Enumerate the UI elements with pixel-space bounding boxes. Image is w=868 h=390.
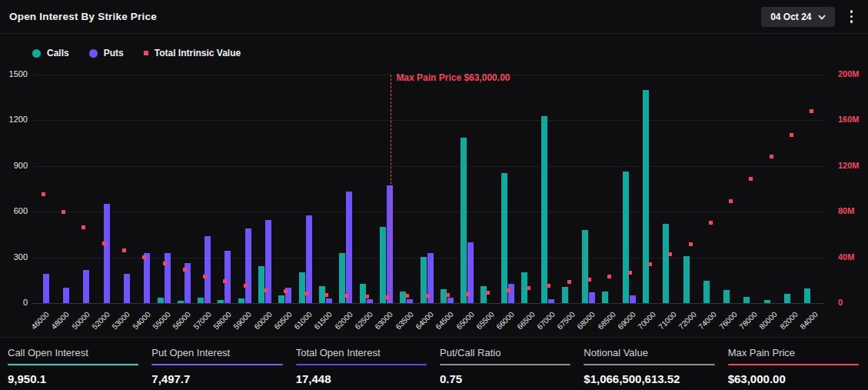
tiv-point[interactable]	[42, 192, 45, 196]
put-bar[interactable]	[326, 298, 332, 303]
call-bar[interactable]	[158, 298, 164, 303]
tiv-point[interactable]	[203, 275, 207, 278]
tiv-point[interactable]	[365, 295, 369, 298]
put-bar[interactable]	[367, 299, 373, 303]
call-bar[interactable]	[360, 284, 366, 303]
tiv-point[interactable]	[385, 295, 389, 299]
legend-item-puts[interactable]: Puts	[89, 48, 124, 58]
tiv-swatch-icon	[144, 51, 148, 55]
kebab-menu-icon[interactable]	[846, 7, 858, 26]
put-bar[interactable]	[43, 274, 49, 303]
tiv-point[interactable]	[81, 225, 85, 229]
tiv-point[interactable]	[426, 294, 430, 298]
call-bar[interactable]	[643, 90, 649, 303]
tiv-point[interactable]	[648, 262, 652, 266]
stat-underline	[440, 364, 570, 365]
tiv-point[interactable]	[344, 294, 348, 298]
tiv-point[interactable]	[486, 291, 490, 295]
tiv-point[interactable]	[689, 242, 693, 246]
put-bar[interactable]	[63, 288, 69, 303]
tiv-point[interactable]	[729, 199, 733, 203]
call-bar[interactable]	[764, 300, 770, 303]
call-bar[interactable]	[178, 301, 184, 303]
call-bar[interactable]	[461, 138, 467, 303]
call-bar[interactable]	[481, 286, 487, 303]
tiv-point[interactable]	[284, 289, 288, 293]
call-bar[interactable]	[683, 256, 690, 303]
put-bar[interactable]	[165, 253, 171, 303]
stats-bar: Call Open Interest9,950.1Put Open Intere…	[0, 337, 868, 390]
tiv-point[interactable]	[567, 280, 571, 284]
y-axis-tick-right: 80M	[838, 206, 868, 215]
call-bar[interactable]	[582, 230, 588, 303]
call-bar[interactable]	[723, 290, 730, 303]
call-bar[interactable]	[784, 294, 790, 303]
tiv-point[interactable]	[607, 275, 611, 278]
call-bar[interactable]	[562, 287, 568, 303]
put-bar[interactable]	[387, 185, 393, 303]
call-bar[interactable]	[299, 272, 305, 303]
tiv-point[interactable]	[405, 294, 409, 298]
stat-label: Put Open Interest	[151, 347, 282, 358]
call-bar[interactable]	[663, 224, 669, 303]
tiv-point[interactable]	[527, 286, 530, 290]
legend-item-tiv[interactable]: Total Intrinsic Value	[144, 48, 241, 58]
tiv-point[interactable]	[446, 293, 450, 297]
date-selector-button[interactable]: 04 Oct 24	[761, 7, 834, 27]
put-bar[interactable]	[630, 295, 636, 303]
call-bar[interactable]	[804, 288, 810, 303]
tiv-point[interactable]	[770, 155, 773, 158]
tiv-point[interactable]	[749, 177, 753, 181]
call-bar[interactable]	[380, 227, 386, 303]
call-bar[interactable]	[238, 298, 244, 303]
call-bar[interactable]	[218, 300, 224, 303]
tiv-point[interactable]	[223, 279, 227, 283]
tiv-point[interactable]	[62, 210, 65, 214]
tiv-point[interactable]	[324, 293, 328, 297]
tiv-point[interactable]	[628, 271, 632, 275]
tiv-point[interactable]	[122, 248, 126, 252]
put-bar[interactable]	[224, 251, 231, 303]
tiv-point[interactable]	[547, 284, 550, 288]
tiv-point[interactable]	[668, 252, 672, 256]
tiv-point[interactable]	[244, 284, 248, 288]
put-bar[interactable]	[407, 299, 413, 303]
y-axis-tick-left: 600	[0, 206, 28, 215]
call-bar[interactable]	[198, 298, 204, 303]
legend-item-calls[interactable]: Calls	[32, 48, 69, 58]
call-bar[interactable]	[501, 173, 507, 303]
tiv-point[interactable]	[709, 221, 713, 225]
put-bar[interactable]	[548, 299, 554, 303]
tiv-point[interactable]	[790, 133, 793, 137]
stat-value: 9,950.1	[8, 372, 138, 385]
call-bar[interactable]	[703, 281, 710, 303]
tiv-point[interactable]	[264, 288, 268, 292]
tiv-point[interactable]	[304, 292, 308, 295]
put-bar[interactable]	[245, 228, 251, 303]
tiv-point[interactable]	[142, 255, 146, 259]
call-bar[interactable]	[278, 295, 284, 303]
tiv-point[interactable]	[163, 262, 167, 265]
call-bar[interactable]	[602, 292, 608, 303]
put-bar[interactable]	[124, 274, 130, 303]
put-bar[interactable]	[346, 192, 352, 303]
put-bar[interactable]	[144, 253, 150, 303]
tiv-point[interactable]	[810, 109, 813, 113]
put-bar[interactable]	[589, 292, 595, 303]
call-bar[interactable]	[743, 297, 750, 303]
put-bar[interactable]	[104, 204, 110, 303]
tiv-point[interactable]	[102, 242, 106, 245]
tiv-point[interactable]	[466, 292, 470, 296]
put-bar[interactable]	[205, 236, 211, 303]
tiv-point[interactable]	[183, 268, 187, 272]
gridline	[32, 212, 824, 212]
call-bar[interactable]	[623, 172, 629, 303]
tiv-point[interactable]	[507, 288, 510, 292]
put-bar[interactable]	[306, 215, 312, 303]
call-bar[interactable]	[541, 116, 547, 303]
put-bar[interactable]	[508, 284, 514, 303]
put-bar[interactable]	[83, 270, 89, 303]
tiv-point[interactable]	[587, 278, 591, 282]
put-bar[interactable]	[447, 298, 454, 303]
call-bar[interactable]	[258, 266, 264, 303]
